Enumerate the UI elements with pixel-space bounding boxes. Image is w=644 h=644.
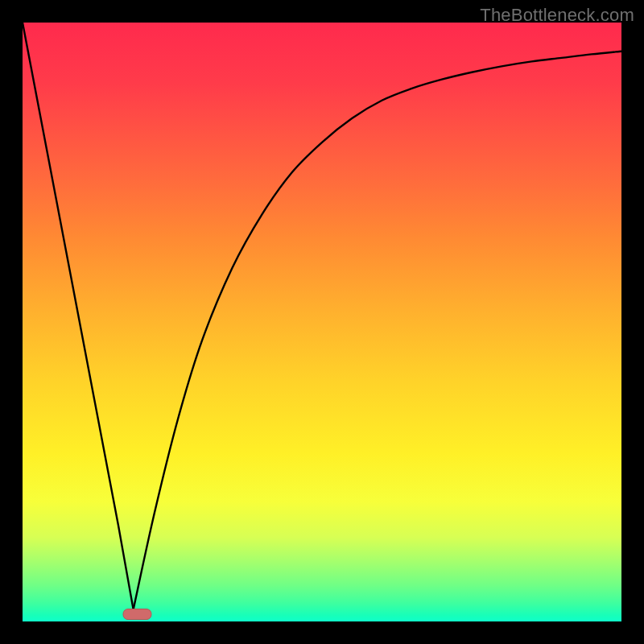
minimum-marker-pill (123, 609, 151, 620)
right-ascent-curve (134, 52, 621, 609)
chart-container: TheBottleneck.com (0, 0, 644, 644)
left-descent-line (23, 23, 134, 609)
curve-layer (23, 23, 621, 621)
watermark-text: TheBottleneck.com (480, 5, 634, 26)
